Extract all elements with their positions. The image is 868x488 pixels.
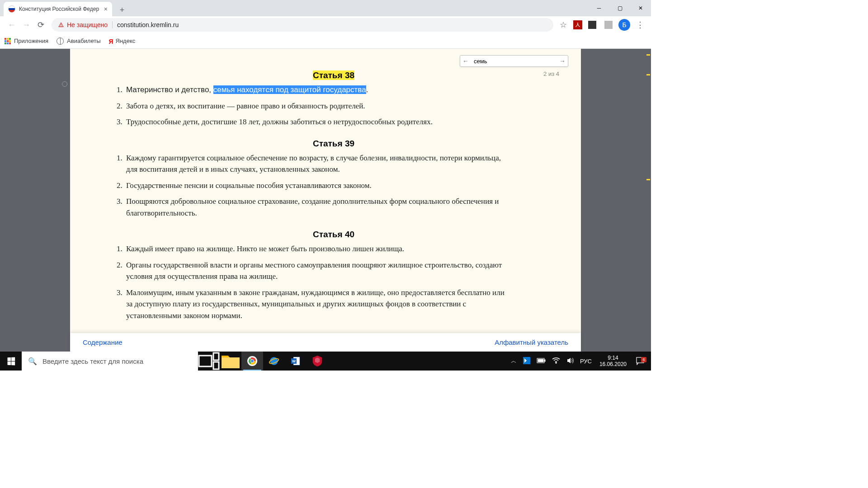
page-content: ← → 2 из 4 Статья 38 Материнство и детст… bbox=[70, 49, 581, 352]
bookmark-label: Приложения bbox=[14, 38, 48, 44]
tray-chevron-icon[interactable]: ︿ bbox=[508, 357, 520, 365]
tray-app-icon[interactable] bbox=[520, 357, 533, 366]
list-item: Трудоспособные дети, достигшие 18 лет, д… bbox=[124, 116, 511, 128]
find-input[interactable] bbox=[471, 56, 557, 66]
task-view-icon bbox=[198, 352, 220, 370]
word-icon: W bbox=[290, 356, 301, 366]
tab-bar: Конституция Российской Федер × + ─ ▢ ✕ bbox=[0, 0, 651, 16]
scroll-marker bbox=[646, 74, 650, 75]
profile-avatar[interactable]: Б bbox=[618, 19, 630, 31]
find-counter: 2 из 4 bbox=[543, 70, 559, 77]
apps-icon bbox=[5, 38, 11, 44]
extension-icon-2[interactable] bbox=[602, 19, 615, 31]
search-icon: 🔍 bbox=[28, 357, 37, 366]
chrome-button[interactable] bbox=[241, 352, 263, 371]
word-button[interactable]: W bbox=[285, 352, 307, 371]
svg-rect-2 bbox=[213, 362, 219, 369]
wifi-icon[interactable] bbox=[549, 357, 563, 365]
favicon-icon bbox=[8, 5, 15, 13]
svg-rect-13 bbox=[544, 360, 545, 361]
svg-point-15 bbox=[556, 362, 557, 363]
forward-button[interactable]: → bbox=[19, 18, 33, 32]
task-view-button[interactable] bbox=[198, 352, 220, 371]
yandex-icon: Я bbox=[109, 38, 113, 44]
window-controls: ─ ▢ ✕ bbox=[589, 0, 651, 16]
date-label: 16.06.2020 bbox=[599, 361, 627, 367]
svg-rect-0 bbox=[199, 356, 212, 366]
back-button[interactable]: ← bbox=[5, 18, 19, 32]
reload-button[interactable]: ⟳ bbox=[33, 18, 48, 32]
svg-text:W: W bbox=[292, 359, 296, 363]
article-heading: Статья 38 bbox=[113, 70, 554, 80]
maximize-button[interactable]: ▢ bbox=[609, 0, 630, 16]
file-explorer-button[interactable] bbox=[220, 352, 241, 371]
list-item: Государственные пенсии и социальные посо… bbox=[124, 180, 511, 192]
security-label: Не защищено bbox=[67, 21, 108, 28]
bookmarks-bar: Приложения Авиабилеты Я Яндекс bbox=[0, 33, 651, 49]
find-prev-button[interactable]: ← bbox=[460, 56, 471, 66]
search-placeholder: Введите здесь текст для поиска bbox=[42, 357, 143, 365]
tab-title: Конституция Российской Федер bbox=[19, 6, 101, 12]
find-next-button[interactable]: → bbox=[557, 56, 568, 66]
article-heading: Статья 39 bbox=[113, 139, 554, 149]
toc-link[interactable]: Содержание bbox=[83, 338, 123, 346]
apps-shortcut[interactable]: Приложения bbox=[5, 38, 48, 44]
battery-icon[interactable] bbox=[533, 358, 549, 365]
chrome-icon bbox=[247, 356, 258, 366]
page-viewport: ← → 2 из 4 Статья 38 Материнство и детст… bbox=[0, 49, 651, 352]
article-heading: Статья 40 bbox=[113, 230, 554, 239]
time-label: 9:14 bbox=[599, 355, 627, 361]
page-footer: Содержание Алфавитный указатель bbox=[70, 333, 581, 352]
taskbar: 🔍 Введите здесь текст для поиска W ︿ РУС… bbox=[0, 352, 651, 371]
bookmark-star-icon[interactable]: ☆ bbox=[557, 19, 570, 31]
list-item: Каждый имеет право на жилище. Никто не м… bbox=[124, 243, 511, 255]
list-item: Материнство и детство, семья находятся п… bbox=[124, 84, 511, 96]
adobe-extension-icon[interactable]: 人 bbox=[573, 20, 582, 29]
list-item: Органы государственной власти и органы м… bbox=[124, 259, 511, 282]
url-text: constitution.kremlin.ru bbox=[117, 21, 179, 28]
folder-icon bbox=[220, 352, 241, 370]
list-item: Малоимущим, иным указанным в законе граж… bbox=[124, 287, 511, 322]
notification-button[interactable]: 6 bbox=[631, 357, 649, 365]
omnibox[interactable]: Не защищено constitution.kremlin.ru bbox=[52, 18, 553, 32]
close-window-button[interactable]: ✕ bbox=[630, 0, 651, 16]
menu-button[interactable]: ⋮ bbox=[634, 19, 646, 31]
list-item: Поощряются добровольное социальное страх… bbox=[124, 196, 511, 219]
windows-icon bbox=[7, 357, 15, 365]
language-indicator[interactable]: РУС bbox=[577, 358, 595, 365]
address-bar: ← → ⟳ Не защищено constitution.kremlin.r… bbox=[0, 16, 651, 33]
scroll-marker bbox=[646, 54, 650, 56]
new-tab-button[interactable]: + bbox=[116, 4, 128, 16]
minimize-button[interactable]: ─ bbox=[589, 0, 609, 16]
browser-tab[interactable]: Конституция Российской Федер × bbox=[4, 2, 112, 16]
clock[interactable]: 9:14 16.06.2020 bbox=[595, 355, 631, 368]
extension-icon[interactable] bbox=[586, 19, 599, 31]
start-button[interactable] bbox=[0, 352, 22, 371]
svg-rect-1 bbox=[213, 353, 219, 360]
scroll-marker bbox=[646, 179, 650, 180]
radio-icon[interactable] bbox=[62, 81, 67, 87]
list-item: Каждому гарантируется социальное обеспеч… bbox=[124, 152, 511, 175]
bookmark-yandex[interactable]: Я Яндекс bbox=[109, 38, 136, 44]
bookmark-tickets[interactable]: Авиабилеты bbox=[57, 38, 100, 45]
volume-icon[interactable] bbox=[563, 357, 577, 366]
svg-rect-14 bbox=[538, 359, 543, 362]
system-tray: ︿ РУС 9:14 16.06.2020 6 bbox=[508, 352, 651, 371]
alpha-index-link[interactable]: Алфавитный указатель bbox=[495, 338, 568, 346]
ie-icon bbox=[268, 355, 280, 367]
list-item: Забота о детях, их воспитание — равное п… bbox=[124, 100, 511, 112]
bookmark-label: Яндекс bbox=[116, 38, 136, 44]
close-tab-icon[interactable]: × bbox=[104, 5, 108, 13]
warning-icon bbox=[58, 22, 64, 28]
mcafee-icon bbox=[312, 356, 322, 366]
security-chip[interactable]: Не защищено bbox=[58, 21, 113, 28]
globe-icon bbox=[57, 38, 64, 45]
selected-text: семья находятся под защитой государства bbox=[213, 85, 366, 94]
find-bar: ← → bbox=[460, 55, 568, 67]
ie-button[interactable] bbox=[263, 352, 285, 371]
notification-badge: 6 bbox=[641, 357, 646, 362]
mcafee-button[interactable] bbox=[307, 352, 328, 371]
taskbar-search[interactable]: 🔍 Введите здесь текст для поиска bbox=[22, 352, 198, 371]
bookmark-label: Авиабилеты bbox=[67, 38, 100, 44]
